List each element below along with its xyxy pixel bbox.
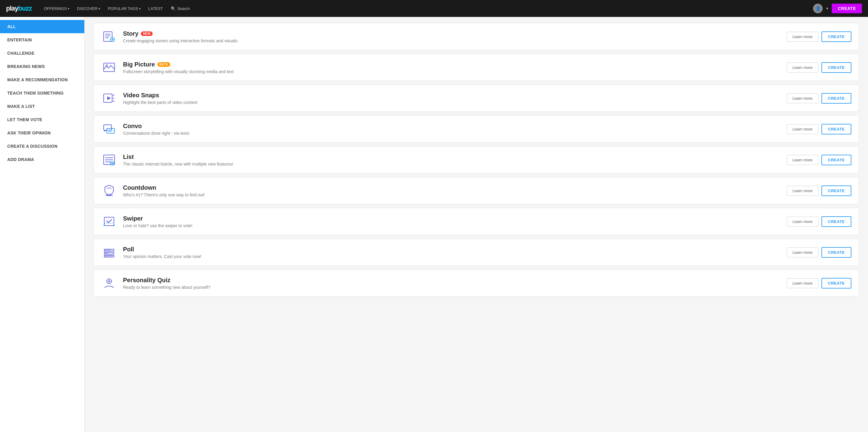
card-list: List The classic internet listicle, now … [94,146,859,173]
story-badge: NEW [141,31,153,36]
avatar[interactable]: 👤 [813,4,823,13]
nav-right: 👤 ▾ CREATE [813,4,862,13]
chevron-down-icon: ▾ [68,7,69,10]
sidebar-item-challenge[interactable]: CHALLENGE [0,46,84,60]
svg-marker-31 [113,225,115,226]
page-wrapper: ALL ENTERTAIN CHALLENGE BREAKING NEWS MA… [0,17,868,432]
countdown-actions: Learn more CREATE [787,186,851,196]
list-desc: The classic internet listicle, now with … [123,162,781,166]
sidebar-item-add-drama[interactable]: ADD DRAMA [0,153,84,166]
logo-play: play [6,4,18,12]
video-snaps-icon [101,90,117,106]
card-convo: Convo Conversations done right - via tex… [94,115,859,142]
convo-title: Convo [123,123,781,130]
swiper-learn-more-button[interactable]: Learn more [787,217,818,227]
big-picture-create-button[interactable]: CREATE [822,62,851,73]
convo-create-button[interactable]: CREATE [822,124,851,134]
convo-icon [101,121,117,137]
nav-offerings[interactable]: OFFERINGS ▾ [41,4,72,13]
poll-create-button[interactable]: CREATE [822,247,851,258]
svg-rect-35 [104,252,108,254]
swiper-text: Swiper Love or hate? use the swiper to v… [123,215,781,228]
story-title: Story NEW [123,30,781,37]
nav-create-button[interactable]: CREATE [832,4,862,13]
nav-discover[interactable]: DISCOVER ▾ [74,4,103,13]
card-swiper: Swiper Love or hate? use the swiper to v… [94,208,859,235]
personality-quiz-actions: Learn more CREATE [787,278,851,289]
sidebar-item-make-recommendation[interactable]: MAKE A RECOMMENDATION [0,73,84,87]
list-learn-more-button[interactable]: Learn more [787,155,818,165]
svg-marker-30 [103,225,105,226]
list-actions: Learn more CREATE [787,155,851,165]
nav-latest[interactable]: LATEST [145,4,166,13]
swiper-actions: Learn more CREATE [787,216,851,227]
list-create-button[interactable]: CREATE [822,155,851,165]
card-poll: Poll Your opinion matters. Cast your vot… [94,239,859,266]
video-snaps-text: Video Snaps Highlight the best parts of … [123,92,781,105]
card-big-picture: Big Picture BETA Fullscreen storytelling… [94,54,859,81]
poll-desc: Your opinion matters. Cast your vote now… [123,254,781,259]
personality-quiz-learn-more-button[interactable]: Learn more [787,278,818,288]
chevron-down-icon: ▾ [98,7,100,10]
big-picture-desc: Fullscreen storytelling with visually st… [123,69,781,74]
poll-learn-more-button[interactable]: Learn more [787,247,818,257]
convo-learn-more-button[interactable]: Learn more [787,124,818,134]
main-content: Story NEW Create engaging stories using … [85,17,868,432]
countdown-create-button[interactable]: CREATE [822,186,851,196]
poll-text: Poll Your opinion matters. Cast your vot… [123,246,781,259]
sidebar-item-create-discussion[interactable]: CREATE A DISCUSSION [0,140,84,153]
sidebar-item-breaking-news[interactable]: BREAKING NEWS [0,60,84,73]
card-video-snaps: Video Snaps Highlight the best parts of … [94,85,859,112]
svg-rect-16 [107,128,115,133]
video-snaps-create-button[interactable]: CREATE [822,93,851,104]
personality-quiz-create-button[interactable]: CREATE [822,278,851,289]
navbar: playbuzz OFFERINGS ▾ DISCOVER ▾ POPULAR … [0,0,868,17]
sidebar-item-entertain[interactable]: ENTERTAIN [0,33,84,46]
sidebar: ALL ENTERTAIN CHALLENGE BREAKING NEWS MA… [0,17,85,432]
story-actions: Learn more CREATE [787,31,851,42]
list-title: List [123,154,781,160]
list-text: List The classic internet listicle, now … [123,154,781,166]
story-desc: Create engaging stories using interactiv… [123,38,781,43]
video-snaps-desc: Highlight the best parts of video conten… [123,100,781,105]
story-create-button[interactable]: CREATE [822,31,851,42]
countdown-desc: Who's #1? There's only one way to find o… [123,193,781,197]
story-text: Story NEW Create engaging stories using … [123,30,781,43]
sidebar-item-ask-opinion[interactable]: ASK THEIR OPINION [0,126,84,140]
logo-buzz: buzz [18,4,32,12]
sidebar-item-make-list[interactable]: MAKE A LIST [0,100,84,113]
personality-quiz-icon [101,275,117,291]
sidebar-item-let-vote[interactable]: LET THEM VOTE [0,113,84,126]
countdown-icon [101,183,117,198]
big-picture-learn-more-button[interactable]: Learn more [787,63,818,72]
chevron-down-icon: ▾ [139,7,141,10]
chevron-down-icon[interactable]: ▾ [826,6,828,10]
svg-marker-10 [107,96,111,100]
video-snaps-actions: Learn more CREATE [787,93,851,104]
svg-rect-37 [104,255,113,257]
sidebar-item-teach-something[interactable]: TEACH THEM SOMETHING [0,87,84,100]
logo[interactable]: playbuzz [6,4,32,12]
svg-line-11 [113,95,115,96]
sidebar-item-all[interactable]: ALL [0,20,84,33]
search-bar[interactable]: 🔍 Search [168,4,193,13]
big-picture-icon [101,60,117,75]
convo-desc: Conversations done right - via texts [123,131,781,136]
big-picture-title: Big Picture BETA [123,61,781,68]
countdown-learn-more-button[interactable]: Learn more [787,186,818,196]
big-picture-badge: BETA [157,62,170,67]
nav-popular-tags[interactable]: POPULAR TAGS ▾ [105,4,144,13]
svg-rect-33 [104,249,111,251]
personality-quiz-title: Personality Quiz [123,277,781,284]
countdown-text: Countdown Who's #1? There's only one way… [123,184,781,197]
personality-quiz-desc: Ready to learn something new about yours… [123,285,781,290]
story-learn-more-button[interactable]: Learn more [787,32,818,42]
svg-rect-14 [104,125,112,130]
personality-quiz-text: Personality Quiz Ready to learn somethin… [123,277,781,290]
search-icon: 🔍 [171,6,176,11]
video-snaps-learn-more-button[interactable]: Learn more [787,93,818,103]
story-icon [101,29,117,44]
swiper-title: Swiper [123,215,781,222]
swiper-create-button[interactable]: CREATE [822,216,851,227]
card-story: Story NEW Create engaging stories using … [94,23,859,50]
